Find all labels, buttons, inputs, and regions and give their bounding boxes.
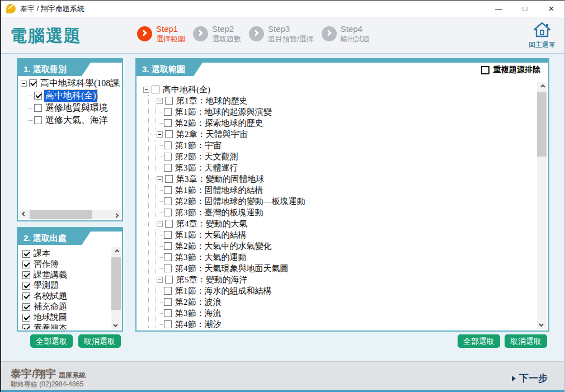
next-step-button[interactable]: 下一步 bbox=[512, 372, 548, 385]
tree-item-label[interactable]: 第3章：變動的固體地球 bbox=[175, 174, 266, 185]
checkbox[interactable] bbox=[22, 282, 30, 290]
scroll-left-button[interactable] bbox=[19, 210, 29, 219]
checkbox[interactable] bbox=[164, 108, 172, 116]
tree-item[interactable]: 第3節：天體運行 bbox=[158, 162, 535, 173]
tree-item-label[interactable]: 高中地球科學(108課綱) bbox=[39, 78, 120, 89]
tree-item[interactable]: 第2節：天文觀測 bbox=[158, 151, 535, 162]
tree-item[interactable]: 第2節：探索地球的歷史 bbox=[158, 117, 535, 129]
collapse-toggle-icon[interactable] bbox=[157, 221, 163, 227]
tree-item-label[interactable]: 第1節：地球的起源與演變 bbox=[174, 107, 273, 117]
checkbox[interactable] bbox=[164, 309, 172, 317]
tree-item[interactable]: 第3節：大氣的運動 bbox=[158, 252, 535, 263]
tree-item-label[interactable]: 高中地科(全) bbox=[162, 84, 211, 95]
tree-item-label[interactable]: 第5章：變動的海洋 bbox=[175, 275, 249, 285]
checkbox[interactable] bbox=[22, 303, 30, 311]
checkbox[interactable] bbox=[164, 197, 172, 205]
tree-item-label[interactable]: 第4章：變動的大氣 bbox=[175, 219, 249, 229]
step-step3[interactable]: Step3題目預覽/選擇 bbox=[249, 24, 314, 44]
checkbox[interactable] bbox=[164, 186, 172, 194]
tree-item[interactable]: 第4章：變動的大氣 bbox=[150, 218, 535, 229]
tree-item[interactable]: 第5章：變動的海洋 bbox=[150, 274, 535, 285]
scroll-up-button[interactable] bbox=[537, 82, 547, 91]
tree-item-label[interactable]: 第4節：潮汐 bbox=[174, 319, 223, 329]
tree-item-label[interactable]: 第2節：探索地球的歷史 bbox=[174, 118, 265, 129]
checkbox[interactable] bbox=[22, 250, 30, 258]
checkbox[interactable] bbox=[165, 276, 173, 284]
step-step1[interactable]: Step1選擇範圍 bbox=[137, 24, 185, 44]
hscrollbar-thumb[interactable] bbox=[30, 210, 92, 219]
tree-item-label[interactable]: 第2節：大氣中的水氣變化 bbox=[174, 241, 273, 252]
checkbox[interactable] bbox=[164, 287, 172, 295]
checkbox[interactable] bbox=[22, 324, 30, 330]
tree-item[interactable]: 第2節：波浪 bbox=[158, 296, 535, 308]
tree-item[interactable]: 第2章：天體與宇宙 bbox=[150, 129, 535, 140]
checkbox[interactable] bbox=[164, 242, 172, 250]
source-item[interactable]: 課堂講義 bbox=[22, 270, 109, 280]
scroll-down-button[interactable] bbox=[537, 319, 547, 329]
close-button[interactable]: ✕ bbox=[538, 1, 564, 17]
tree-item[interactable]: 第3節：臺灣的板塊運動 bbox=[158, 207, 535, 218]
collapse-toggle-icon[interactable] bbox=[21, 81, 27, 87]
scroll-down-button[interactable] bbox=[111, 320, 121, 329]
source-item[interactable]: 補充命題 bbox=[22, 301, 109, 312]
tree-item-label[interactable]: 第2章：天體與宇宙 bbox=[175, 129, 249, 140]
tree-item[interactable]: 第1章：地球的歷史 bbox=[150, 95, 535, 106]
tree-item-label[interactable]: 第3節：臺灣的板塊運動 bbox=[174, 207, 265, 218]
vscrollbar-thumb[interactable] bbox=[537, 92, 547, 157]
home-button[interactable]: 回主選單 bbox=[527, 22, 557, 50]
checkbox[interactable] bbox=[164, 298, 172, 306]
tree-item[interactable]: 第1節：地球的起源與演變 bbox=[158, 106, 535, 117]
tree-item[interactable]: 第1節：固體地球的結構 bbox=[158, 185, 535, 196]
collapse-toggle-icon[interactable] bbox=[157, 98, 163, 104]
checkbox[interactable] bbox=[22, 314, 30, 322]
checkbox[interactable] bbox=[34, 92, 42, 100]
tree-item-label[interactable]: 選修大氣、海洋 bbox=[44, 115, 109, 126]
tree-item[interactable]: 第4節：天氣現象與地面天氣圖 bbox=[158, 263, 535, 274]
sources-deselect-button[interactable]: 取消選取 bbox=[78, 334, 121, 348]
scope-deselect-button[interactable]: 取消選取 bbox=[505, 334, 547, 348]
tree-item-label[interactable]: 第2節：固體地球的變動—板塊運動 bbox=[174, 196, 307, 207]
source-item[interactable]: 名校試題 bbox=[22, 291, 109, 301]
tree-item[interactable]: 第2節：固體地球的變動—板塊運動 bbox=[158, 196, 535, 207]
source-item[interactable]: 課本 bbox=[22, 248, 109, 259]
tree-item-label[interactable]: 第1節：宇宙 bbox=[174, 140, 223, 151]
source-item[interactable]: 地球說圖 bbox=[22, 312, 109, 323]
tree-item-label[interactable]: 第2節：天文觀測 bbox=[174, 152, 239, 162]
tree-item-label[interactable]: 第1節：大氣的結構 bbox=[174, 230, 248, 240]
step-step4[interactable]: Step4輸出試題 bbox=[322, 24, 370, 44]
collapse-toggle-icon[interactable] bbox=[157, 176, 163, 182]
maximize-button[interactable]: □ bbox=[512, 1, 538, 17]
tree-item-label[interactable]: 高中地科(全) bbox=[44, 90, 97, 102]
scope-select-all-button[interactable]: 全部選取 bbox=[458, 334, 500, 348]
tree-item-label[interactable]: 第3節：海流 bbox=[174, 308, 223, 319]
tree-item-label[interactable]: 第3節：大氣的運動 bbox=[174, 252, 248, 263]
books-hscrollbar[interactable] bbox=[19, 210, 121, 219]
tree-item[interactable]: 第2節：大氣中的水氣變化 bbox=[158, 240, 535, 252]
tree-item-label[interactable]: 選修地質與環境 bbox=[44, 102, 109, 114]
checkbox[interactable] bbox=[164, 119, 172, 127]
tree-item[interactable]: 第3章：變動的固體地球 bbox=[150, 173, 535, 185]
checkbox[interactable] bbox=[165, 130, 173, 138]
source-item[interactable]: 習作簿 bbox=[22, 259, 109, 270]
dedupe-option[interactable]: 重複題源排除 bbox=[481, 65, 540, 75]
tree-item-label[interactable]: 第1節：固體地球的結構 bbox=[174, 185, 265, 196]
checkbox[interactable] bbox=[22, 271, 30, 279]
checkbox[interactable] bbox=[164, 320, 172, 328]
dedupe-checkbox[interactable] bbox=[481, 66, 489, 74]
sources-select-all-button[interactable]: 全部選取 bbox=[30, 334, 73, 348]
tree-item[interactable]: 第3節：海流 bbox=[158, 308, 535, 319]
checkbox[interactable] bbox=[165, 97, 173, 105]
tree-item[interactable]: 高中地球科學(108課綱) bbox=[21, 77, 120, 89]
checkbox[interactable] bbox=[152, 86, 159, 93]
checkbox[interactable] bbox=[165, 175, 173, 183]
tree-item[interactable]: 選修地質與環境 bbox=[28, 102, 120, 114]
checkbox[interactable] bbox=[164, 265, 172, 272]
sources-vscrollbar[interactable] bbox=[111, 247, 121, 329]
tree-item[interactable]: 高中地科(全) bbox=[28, 89, 120, 102]
source-item[interactable]: 學測題 bbox=[22, 280, 109, 291]
collapse-toggle-icon[interactable] bbox=[157, 131, 163, 138]
tree-item[interactable]: 選修大氣、海洋 bbox=[28, 114, 120, 126]
checkbox[interactable] bbox=[164, 231, 172, 239]
scroll-up-button[interactable] bbox=[111, 247, 121, 256]
checkbox[interactable] bbox=[164, 153, 172, 160]
